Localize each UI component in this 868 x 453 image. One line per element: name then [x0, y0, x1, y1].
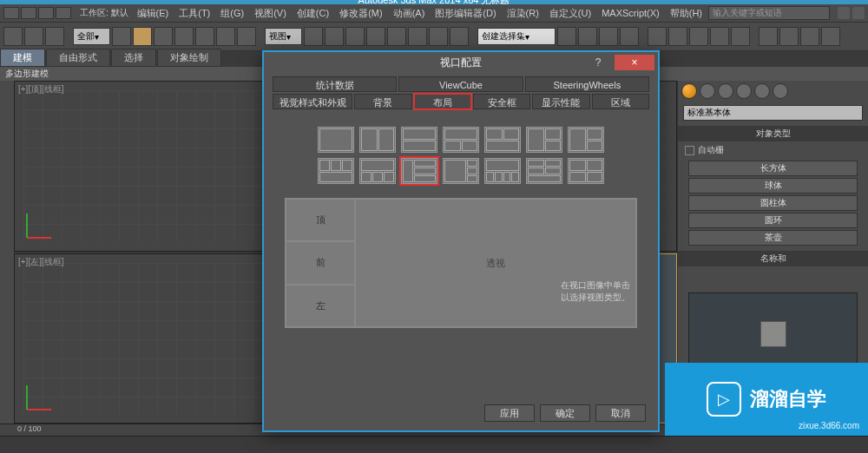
- preview-persp-cell[interactable]: 透视: [355, 199, 636, 327]
- menu-customize[interactable]: 自定义(U): [544, 7, 596, 20]
- search-input[interactable]: 输入关键字或短语: [708, 6, 830, 20]
- layout-thumb[interactable]: [318, 158, 354, 184]
- curve-editor-button[interactable]: [620, 27, 639, 46]
- geometry-type-dropdown[interactable]: 标准基本体: [683, 105, 863, 121]
- render-setup-button[interactable]: [689, 27, 708, 46]
- motion-tab-icon[interactable]: [736, 83, 752, 99]
- layout-thumb[interactable]: [359, 158, 396, 184]
- layout-thumb[interactable]: [568, 158, 604, 184]
- timeline[interactable]: [0, 436, 868, 453]
- tab-modeling[interactable]: 建模: [0, 49, 45, 67]
- snap-toggle-button[interactable]: [366, 27, 385, 46]
- select-region-button[interactable]: [154, 27, 173, 46]
- tab-background[interactable]: 背景: [354, 94, 411, 109]
- layout-thumb[interactable]: [443, 127, 479, 153]
- dialog-titlebar[interactable]: 视口配置 ? ×: [264, 52, 658, 73]
- material-editor-button[interactable]: [668, 27, 687, 46]
- align-button[interactable]: [578, 27, 597, 46]
- render-button[interactable]: [731, 27, 750, 46]
- layout-thumb[interactable]: [568, 127, 604, 153]
- manip-button[interactable]: [325, 27, 344, 46]
- qat-button[interactable]: [21, 7, 36, 19]
- cancel-button[interactable]: 取消: [595, 404, 646, 422]
- redo-button[interactable]: [24, 27, 43, 46]
- ref-coord-dropdown[interactable]: 视图 ▾: [265, 28, 302, 45]
- spinner-snap-button[interactable]: [429, 27, 448, 46]
- tab-freeform[interactable]: 自由形式: [46, 49, 110, 67]
- menu-rendering[interactable]: 渲染(R): [502, 7, 544, 20]
- tab-object-paint[interactable]: 对象绘制: [157, 49, 221, 67]
- menu-help[interactable]: 帮助(H): [665, 7, 707, 20]
- layout-thumb[interactable]: [484, 127, 521, 153]
- move-button[interactable]: [195, 27, 214, 46]
- angle-snap-button[interactable]: [387, 27, 406, 46]
- layout-thumb[interactable]: [526, 158, 562, 184]
- tab-selection[interactable]: 选择: [111, 49, 156, 67]
- extra-button[interactable]: [800, 27, 819, 46]
- tab-layout[interactable]: 布局: [414, 94, 471, 109]
- favorites-icon[interactable]: [838, 7, 850, 19]
- menu-create[interactable]: 创建(C): [292, 7, 334, 20]
- layout-thumb[interactable]: [359, 127, 396, 153]
- qat-button[interactable]: [56, 7, 71, 19]
- name-rollout[interactable]: 名称和: [678, 251, 868, 266]
- scale-button[interactable]: [237, 27, 256, 46]
- menu-views[interactable]: 视图(V): [249, 7, 292, 20]
- menu-tools[interactable]: 工具(T): [174, 7, 215, 20]
- select-button[interactable]: [112, 27, 131, 46]
- utilities-tab-icon[interactable]: [773, 83, 788, 99]
- named-set-button[interactable]: [450, 27, 469, 46]
- layout-thumb-selected[interactable]: [401, 158, 437, 184]
- tab-display-perf[interactable]: 显示性能: [532, 94, 589, 109]
- menu-maxscript[interactable]: MAXScript(X): [596, 8, 665, 18]
- tab-regions[interactable]: 区域: [592, 94, 649, 109]
- layers-button[interactable]: [599, 27, 618, 46]
- viewport-label[interactable]: [+][顶][线框]: [18, 83, 64, 95]
- viewport-label[interactable]: [+][左][线框]: [18, 256, 64, 268]
- keyboard-shortcut-button[interactable]: [345, 27, 365, 46]
- hierarchy-tab-icon[interactable]: [718, 83, 733, 99]
- selection-filter-dropdown[interactable]: 全部 ▾: [73, 28, 110, 45]
- pivot-button[interactable]: [304, 27, 323, 46]
- percent-snap-button[interactable]: [408, 27, 427, 46]
- layout-thumb[interactable]: [443, 158, 479, 184]
- apply-button[interactable]: 应用: [484, 404, 535, 422]
- undo-button[interactable]: [3, 27, 23, 46]
- tab-visual-style[interactable]: 视觉样式和外观: [273, 94, 352, 109]
- object-type-rollout[interactable]: 对象类型: [678, 126, 868, 141]
- help-icon[interactable]: [852, 7, 865, 19]
- menu-modifiers[interactable]: 修改器(M): [334, 7, 388, 20]
- qat-button[interactable]: [38, 7, 54, 19]
- layout-thumb[interactable]: [484, 158, 521, 184]
- menu-animation[interactable]: 动画(A): [388, 7, 431, 20]
- display-tab-icon[interactable]: [754, 83, 770, 99]
- preview-left-cell[interactable]: 左: [286, 285, 355, 327]
- tab-safe-frames[interactable]: 安全框: [473, 94, 530, 109]
- dialog-close-button[interactable]: ×: [615, 55, 654, 70]
- sphere-button[interactable]: 球体: [688, 178, 858, 194]
- layout-thumb[interactable]: [401, 127, 437, 153]
- cylinder-button[interactable]: 圆柱体: [688, 195, 858, 211]
- autogrid-checkbox[interactable]: [685, 146, 694, 155]
- extra-button[interactable]: [759, 27, 778, 46]
- named-selection-dropdown[interactable]: 创建选择集 ▾: [477, 28, 556, 45]
- preview-top-cell[interactable]: 顶: [286, 199, 355, 241]
- teapot-button[interactable]: 茶壶: [688, 230, 858, 246]
- dialog-help-button[interactable]: ?: [587, 55, 609, 70]
- extra-button[interactable]: [821, 27, 840, 46]
- preview-front-cell[interactable]: 前: [286, 241, 355, 284]
- tab-steeringwheels[interactable]: SteeringWheels: [525, 76, 649, 92]
- menu-edit[interactable]: 编辑(E): [132, 7, 174, 20]
- modify-tab-icon[interactable]: [700, 83, 715, 99]
- window-crossing-button[interactable]: [174, 27, 194, 46]
- layout-thumb[interactable]: [318, 127, 354, 153]
- mirror-button[interactable]: [557, 27, 576, 46]
- extra-button[interactable]: [779, 27, 799, 46]
- layout-preview[interactable]: 顶 前 左 透视: [285, 198, 637, 328]
- rotate-button[interactable]: [216, 27, 235, 46]
- render-frame-button[interactable]: [710, 27, 729, 46]
- tab-viewcube[interactable]: ViewCube: [398, 76, 523, 92]
- select-object-button[interactable]: [133, 27, 152, 46]
- menu-graph-editors[interactable]: 图形编辑器(D): [430, 7, 501, 20]
- box-button[interactable]: 长方体: [688, 161, 858, 176]
